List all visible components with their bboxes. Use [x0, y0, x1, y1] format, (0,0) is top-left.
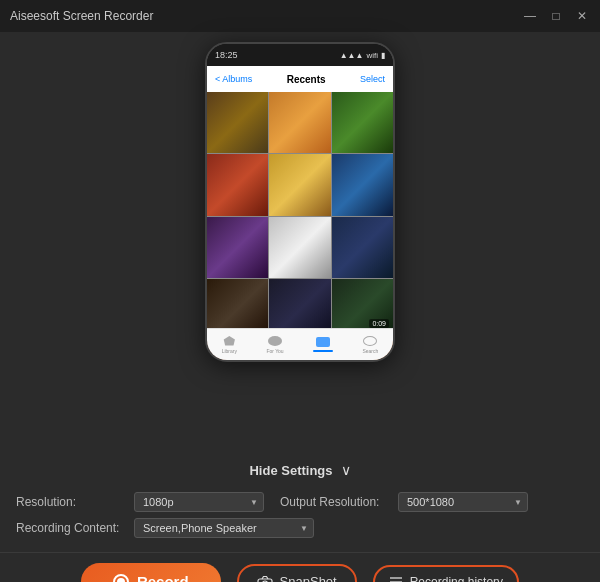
battery-icon: ▮: [381, 51, 385, 60]
hide-settings-bar[interactable]: Hide Settings ∨: [0, 452, 600, 486]
output-resolution-select[interactable]: 500*1080 720*1280 1080*1920: [398, 492, 528, 512]
list-icon: [389, 576, 403, 583]
snapshot-label: SnapShot: [280, 574, 337, 582]
active-tab-indicator: [313, 350, 333, 352]
settings-panel: Resolution: 1080p 720p 1440p 4K Output R…: [0, 486, 600, 552]
output-resolution-label: Output Resolution:: [280, 495, 390, 509]
minimize-button[interactable]: —: [522, 9, 538, 23]
phone-time: 18:25: [215, 50, 238, 60]
photos-icon: [316, 337, 330, 347]
photo-grid: [207, 92, 393, 360]
photo-7: [207, 217, 268, 278]
title-bar: Aiseesoft Screen Recorder — □ ✕: [0, 0, 600, 32]
hide-settings-label: Hide Settings: [249, 463, 332, 478]
photo-select-button: Select: [360, 74, 385, 84]
snapshot-button[interactable]: SnapShot: [237, 564, 357, 582]
resolution-col: Resolution: 1080p 720p 1440p 4K: [16, 492, 264, 512]
recording-history-button[interactable]: Recording history: [373, 565, 519, 583]
settings-row-2: Recording Content: Screen,Phone Speaker …: [16, 518, 584, 538]
library-icon: [222, 336, 236, 346]
resolution-label: Resolution:: [16, 495, 126, 509]
record-button[interactable]: Record: [81, 563, 221, 582]
recording-content-label: Recording Content:: [16, 521, 126, 535]
photo-back-button: < Albums: [215, 74, 252, 84]
phone-preview: 18:25 ▲▲▲ wifi ▮ < Albums Recents Select: [205, 42, 395, 362]
resolution-select-wrapper: 1080p 720p 1440p 4K: [134, 492, 264, 512]
main-area: 18:25 ▲▲▲ wifi ▮ < Albums Recents Select: [0, 32, 600, 452]
signal-icon: ▲▲▲: [340, 51, 364, 60]
phone-tab-foryou-label: For You: [266, 348, 283, 354]
phone-tab-foryou: For You: [266, 336, 283, 354]
phone-status-icons: ▲▲▲ wifi ▮: [340, 51, 385, 60]
app-title: Aiseesoft Screen Recorder: [10, 9, 153, 23]
output-resolution-col: Output Resolution: 500*1080 720*1280 108…: [280, 492, 528, 512]
phone-tab-photos: [313, 337, 333, 352]
camera-icon: [257, 575, 273, 583]
recording-content-select[interactable]: Screen,Phone Speaker Screen Only Screen,…: [134, 518, 314, 538]
photo-1: [207, 92, 268, 153]
phone-tab-search-label: Search: [362, 348, 378, 354]
photo-album-title: Recents: [287, 74, 326, 85]
photo-3: [332, 92, 393, 153]
photo-9: [332, 217, 393, 278]
action-bar: Record SnapShot Recording history: [0, 552, 600, 582]
photo-4: [207, 154, 268, 215]
record-icon: [113, 574, 129, 583]
photo-time-indicator: 0:09: [369, 319, 389, 328]
phone-status-bar: 18:25 ▲▲▲ wifi ▮: [207, 44, 393, 66]
phone-tab-bar: Library For You Search: [207, 328, 393, 360]
phone-tab-search: Search: [362, 336, 378, 354]
chevron-down-icon: ∨: [341, 462, 351, 478]
phone-content: < Albums Recents Select: [207, 66, 393, 360]
resolution-select[interactable]: 1080p 720p 1440p 4K: [134, 492, 264, 512]
close-button[interactable]: ✕: [574, 9, 590, 23]
record-dot: [117, 578, 125, 583]
record-label: Record: [137, 573, 189, 582]
photo-2: [269, 92, 330, 153]
photo-8: [269, 217, 330, 278]
history-label: Recording history: [410, 575, 503, 583]
window-controls: — □ ✕: [522, 9, 590, 23]
phone-tab-library-label: Library: [222, 348, 237, 354]
photo-5: [269, 154, 330, 215]
photo-6: [332, 154, 393, 215]
photo-nav-bar: < Albums Recents Select: [207, 66, 393, 92]
recording-content-select-wrapper: Screen,Phone Speaker Screen Only Screen,…: [134, 518, 314, 538]
search-tab-icon: [363, 336, 377, 346]
foryou-icon: [268, 336, 282, 346]
wifi-icon: wifi: [366, 51, 378, 60]
output-resolution-select-wrapper: 500*1080 720*1280 1080*1920: [398, 492, 528, 512]
maximize-button[interactable]: □: [548, 9, 564, 23]
phone-tab-library: Library: [222, 336, 237, 354]
settings-row-1: Resolution: 1080p 720p 1440p 4K Output R…: [16, 492, 584, 512]
